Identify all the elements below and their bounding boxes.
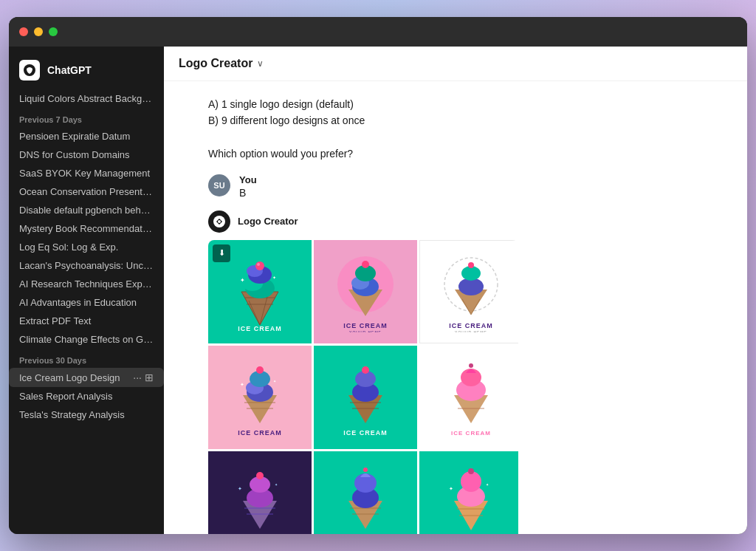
sidebar-item-liquid-colors[interactable]: Liquid Colors Abstract Backgrou... bbox=[9, 89, 164, 108]
logo-cell-4: ✦ ✦ ICE CREAM YOUUR HEME bbox=[208, 346, 312, 449]
logo-creator-block: Logo Creator ⬇ bbox=[208, 211, 518, 534]
svg-text:✦: ✦ bbox=[272, 276, 276, 280]
app-name-label: ChatGPT bbox=[47, 64, 92, 76]
svg-text:ICE CREAM: ICE CREAM bbox=[451, 430, 491, 437]
sidebar-item-tesla[interactable]: Tesla's Strategy Analysis bbox=[9, 405, 164, 424]
logo-creator-name: Logo Creator bbox=[238, 216, 298, 227]
app-logo bbox=[19, 60, 40, 81]
sidebar-item-ice-cream[interactable]: Ice Cream Logo Design ··· ⊞ bbox=[9, 368, 164, 387]
svg-text:YOUUR HEME: YOUUR HEME bbox=[455, 330, 487, 332]
app-window: ChatGPT Liquid Colors Abstract Backgrou.… bbox=[9, 17, 747, 534]
titlebar bbox=[9, 17, 747, 47]
sidebar-item-climate[interactable]: Climate Change Effects on GDP bbox=[9, 330, 164, 349]
sidebar-item-logeq[interactable]: Log Eq Sol: Log & Exp. bbox=[9, 238, 164, 256]
main-header: Logo Creator ∨ bbox=[164, 47, 747, 81]
chat-area: A) 1 single logo design (default) B) 9 d… bbox=[164, 81, 747, 534]
svg-point-22 bbox=[362, 261, 369, 268]
sidebar-item-ai-research[interactable]: AI Research Techniques Explored bbox=[9, 275, 164, 293]
download-button[interactable]: ⬇ bbox=[213, 244, 230, 262]
maximize-button[interactable] bbox=[49, 27, 58, 36]
logo-cell-1: ⬇ bbox=[208, 240, 312, 343]
svg-point-13 bbox=[257, 263, 260, 266]
edit-icon[interactable]: ⊞ bbox=[145, 372, 154, 383]
sidebar-item-pensioen[interactable]: Pensioen Expiratie Datum bbox=[9, 127, 164, 146]
svg-text:YOUUR HEME: YOUUR HEME bbox=[244, 437, 276, 438]
sidebar-item-lacan[interactable]: Lacan's Psychoanalysis: Uncons... bbox=[9, 256, 164, 275]
svg-point-50 bbox=[362, 366, 369, 374]
sidebar-item-ai-advantages[interactable]: AI Advantages in Education bbox=[9, 293, 164, 312]
svg-text:✦: ✦ bbox=[275, 482, 278, 487]
svg-text:ICE CREAM: ICE CREAM bbox=[343, 322, 388, 329]
svg-point-31 bbox=[468, 262, 474, 268]
traffic-lights bbox=[19, 27, 58, 36]
svg-text:ICE CREAM: ICE CREAM bbox=[343, 429, 388, 437]
active-item-text: Ice Cream Logo Design bbox=[19, 372, 128, 383]
logo-cell-5: ICE CREAM YOUUR HEME bbox=[314, 346, 417, 449]
sidebar-item-ocean[interactable]: Ocean Conservation Presentation bbox=[9, 182, 164, 201]
svg-point-75 bbox=[363, 468, 368, 472]
conversation-title: Logo Creator bbox=[179, 57, 252, 70]
user-content: You B bbox=[239, 174, 257, 199]
logo-cell-7: ✦ ✦ ICE CREAM YOUUR HEME bbox=[208, 451, 312, 534]
user-name: You bbox=[239, 174, 257, 185]
assistant-line-2: B) 9 different logo designs at once bbox=[208, 112, 365, 129]
svg-point-2 bbox=[218, 220, 221, 223]
more-options-icon[interactable]: ··· bbox=[133, 372, 142, 383]
section-label-30days: Previous 30 Days bbox=[9, 349, 164, 368]
sidebar-item-dns[interactable]: DNS for Custom Domains bbox=[9, 146, 164, 164]
app-body: ChatGPT Liquid Colors Abstract Backgrou.… bbox=[9, 47, 747, 534]
svg-point-65 bbox=[256, 472, 264, 479]
logo-cell-2: ICE CREAM YOUUR HEME bbox=[314, 240, 417, 343]
logo-grid: ⬇ bbox=[208, 240, 518, 534]
assistant-line-1: A) 1 single logo design (default) bbox=[208, 96, 365, 112]
sidebar: ChatGPT Liquid Colors Abstract Backgrou.… bbox=[9, 47, 164, 534]
user-message-block: SU You B bbox=[208, 174, 257, 199]
logo-cell-8: ICE CREAM YOUUR HEME bbox=[314, 451, 417, 534]
svg-text:✦: ✦ bbox=[238, 486, 242, 491]
svg-point-82 bbox=[461, 471, 481, 492]
sidebar-header: ChatGPT bbox=[9, 55, 164, 89]
svg-point-57 bbox=[469, 363, 473, 368]
svg-text:ICE CREAM: ICE CREAM bbox=[449, 322, 493, 329]
sidebar-item-mystery[interactable]: Mystery Book Recommendations bbox=[9, 219, 164, 238]
assistant-message-1: A) 1 single logo design (default) B) 9 d… bbox=[208, 96, 365, 162]
svg-text:✦: ✦ bbox=[240, 277, 245, 284]
svg-text:✦: ✦ bbox=[449, 486, 453, 491]
svg-point-40 bbox=[256, 366, 264, 374]
logo-cell-3: ICE CREAM YOUUR HEME bbox=[419, 240, 518, 343]
sidebar-item-pgbench[interactable]: Disable default pgbench behavior bbox=[9, 201, 164, 219]
title-dropdown-icon[interactable]: ∨ bbox=[257, 58, 264, 69]
logo-creator-avatar bbox=[208, 211, 230, 233]
svg-text:✦: ✦ bbox=[273, 379, 276, 383]
assistant-line-4: Which option would you prefer? bbox=[208, 146, 365, 162]
section-label-7days: Previous 7 Days bbox=[9, 108, 164, 127]
svg-text:✦: ✦ bbox=[486, 482, 489, 487]
sidebar-item-saas[interactable]: SaaS BYOK Key Management bbox=[9, 164, 164, 182]
sidebar-item-extract-pdf[interactable]: Extract PDF Text bbox=[9, 312, 164, 330]
svg-point-12 bbox=[255, 261, 264, 270]
user-text: B bbox=[239, 187, 257, 199]
logo-cell-6: ICE CREAM YOUUR HEME bbox=[419, 346, 518, 449]
assistant-text-1: A) 1 single logo design (default) B) 9 d… bbox=[208, 96, 365, 162]
logo-cell-9: ✦ ✦ ICE CREAM YOUUR HEME bbox=[419, 451, 518, 534]
user-avatar: SU bbox=[208, 174, 230, 196]
minimize-button[interactable] bbox=[34, 27, 43, 36]
main-content: Logo Creator ∨ A) 1 single logo design (… bbox=[164, 47, 747, 534]
svg-text:YOUUR HEME: YOUUR HEME bbox=[349, 330, 382, 332]
svg-text:ICE CREAM: ICE CREAM bbox=[238, 429, 282, 437]
sidebar-item-sales-report[interactable]: Sales Report Analysis bbox=[9, 387, 164, 405]
svg-text:YOUUR HEME: YOUUR HEME bbox=[455, 437, 487, 438]
svg-text:YOUUR HEME: YOUUR HEME bbox=[349, 437, 382, 438]
active-item-icons: ··· ⊞ bbox=[133, 372, 154, 383]
svg-text:✦: ✦ bbox=[240, 382, 244, 387]
svg-text:ICE CREAM: ICE CREAM bbox=[238, 325, 282, 332]
logo-creator-header: Logo Creator bbox=[208, 211, 518, 233]
svg-point-83 bbox=[468, 468, 474, 474]
close-button[interactable] bbox=[19, 27, 28, 36]
